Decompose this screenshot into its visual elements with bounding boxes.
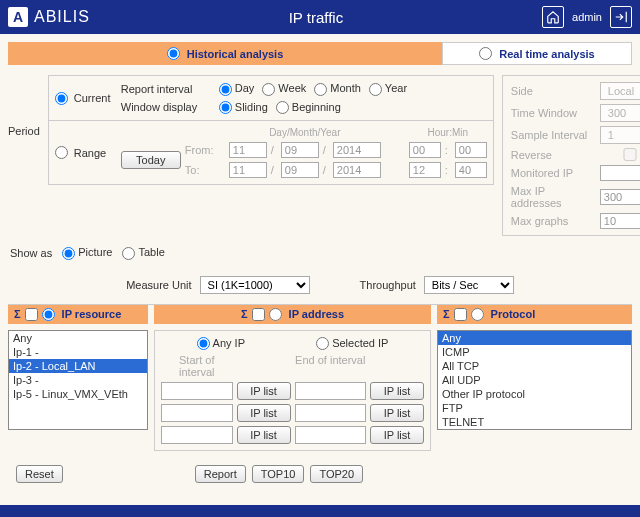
ip-resource-listbox[interactable]: AnyIp-1 -Ip-2 - Local_LANIp-3 -Ip-5 - Li… (8, 330, 148, 430)
sigma-icon: Σ (241, 308, 248, 320)
opt-sliding[interactable]: Sliding (219, 101, 268, 115)
period-range-radio[interactable] (55, 146, 68, 159)
home-icon[interactable] (542, 6, 564, 28)
hm-label: Hour:Min (409, 127, 487, 138)
from-label: From: (185, 144, 225, 156)
opt-day[interactable]: Day (219, 82, 255, 96)
period-range[interactable]: Range (55, 146, 115, 159)
measure-unit-select[interactable]: SI (1K=1000) (200, 276, 310, 294)
show-as-picture[interactable]: Picture (62, 246, 112, 260)
tab-realtime-label: Real time analysis (499, 48, 594, 60)
tab-realtime-radio[interactable] (479, 47, 492, 60)
ip-end-3[interactable] (295, 426, 367, 444)
list-item[interactable]: TELNET (438, 415, 631, 429)
ip-start-1[interactable] (161, 382, 233, 400)
period-current[interactable]: Current (55, 92, 115, 105)
list-item[interactable]: FTP (438, 401, 631, 415)
sigma-ip-address-checkbox[interactable] (252, 308, 265, 321)
reverse-label: Reverse (511, 149, 596, 161)
protocol-radio[interactable] (471, 308, 484, 321)
ip-list-button[interactable]: IP list (237, 426, 291, 444)
max-ip-input[interactable] (600, 189, 640, 205)
top10-button[interactable]: TOP10 (252, 465, 305, 483)
protocol-label: Protocol (491, 308, 536, 320)
opt-month[interactable]: Month (314, 82, 361, 96)
to-hour[interactable] (409, 162, 441, 178)
ip-list-button[interactable]: IP list (370, 426, 424, 444)
list-item[interactable]: Ip-2 - Local_LAN (9, 359, 147, 373)
list-item[interactable]: ICMP (438, 345, 631, 359)
time-window-select[interactable]: 300 (600, 104, 640, 122)
list-item[interactable]: Other IP protocol (438, 387, 631, 401)
to-month[interactable] (281, 162, 319, 178)
to-label: To: (185, 164, 225, 176)
opt-beginning[interactable]: Beginning (276, 101, 341, 115)
protocol-listbox[interactable]: AnyICMPAll TCPAll UDPOther IP protocolFT… (437, 330, 632, 430)
list-item[interactable]: All TCP (438, 359, 631, 373)
realtime-settings: Side Local Time Window 300 (sec) Sample … (502, 75, 640, 236)
top20-button[interactable]: TOP20 (310, 465, 363, 483)
end-interval-label: End of interval (295, 354, 367, 378)
start-interval-label: Start of interval (161, 354, 233, 378)
tab-realtime[interactable]: Real time analysis (442, 42, 632, 65)
tab-historical-radio[interactable] (167, 47, 180, 60)
list-item[interactable]: Ip-3 - (9, 373, 147, 387)
logo-icon: A (8, 7, 28, 27)
ip-address-radio[interactable] (269, 308, 282, 321)
to-year[interactable] (333, 162, 381, 178)
show-as-table[interactable]: Table (122, 246, 164, 260)
ip-start-3[interactable] (161, 426, 233, 444)
list-item[interactable]: All UDP (438, 373, 631, 387)
ip-resource-label: IP resource (62, 308, 122, 320)
sigma-icon: Σ (14, 308, 21, 320)
ip-start-2[interactable] (161, 404, 233, 422)
opt-week[interactable]: Week (262, 82, 306, 96)
from-year[interactable] (333, 142, 381, 158)
list-item[interactable]: Any (438, 331, 631, 345)
logout-icon[interactable] (610, 6, 632, 28)
side-label: Side (511, 85, 596, 97)
selected-ip[interactable]: Selected IP (316, 337, 388, 351)
opt-year[interactable]: Year (369, 82, 407, 96)
ip-list-button[interactable]: IP list (237, 404, 291, 422)
from-month[interactable] (281, 142, 319, 158)
to-day[interactable] (229, 162, 267, 178)
max-graphs-input[interactable] (600, 213, 640, 229)
ip-resource-radio[interactable] (42, 308, 55, 321)
reset-button[interactable]: Reset (16, 465, 63, 483)
ip-list-button[interactable]: IP list (370, 404, 424, 422)
sigma-icon: Σ (443, 308, 450, 320)
window-display-label: Window display (121, 101, 211, 113)
show-as-label: Show as (10, 247, 52, 259)
from-min[interactable] (455, 142, 487, 158)
sample-interval-select[interactable]: 1 (600, 126, 640, 144)
list-item[interactable]: Ip-5 - Linux_VMX_VEth (9, 387, 147, 401)
monitored-ip-input[interactable] (600, 165, 640, 181)
footer-bar (0, 505, 640, 517)
list-item[interactable]: SMTP (438, 429, 631, 430)
ip-list-button[interactable]: IP list (237, 382, 291, 400)
throughput-select[interactable]: Bits / Sec (424, 276, 514, 294)
period-current-radio[interactable] (55, 92, 68, 105)
from-day[interactable] (229, 142, 267, 158)
any-ip[interactable]: Any IP (197, 337, 245, 351)
monitored-ip-label: Monitored IP (511, 167, 596, 179)
list-item[interactable]: Any (9, 331, 147, 345)
ip-end-1[interactable] (295, 382, 367, 400)
tab-historical[interactable]: Historical analysis (8, 42, 442, 65)
sigma-ip-resource-checkbox[interactable] (25, 308, 38, 321)
sigma-protocol-checkbox[interactable] (454, 308, 467, 321)
list-item[interactable]: Ip-1 - (9, 345, 147, 359)
report-button[interactable]: Report (195, 465, 246, 483)
section-ip-resource-header: Σ IP resource (8, 305, 148, 324)
today-button[interactable]: Today (121, 151, 181, 169)
ip-end-2[interactable] (295, 404, 367, 422)
reverse-checkbox[interactable] (600, 148, 640, 161)
to-min[interactable] (455, 162, 487, 178)
measure-unit-label: Measure Unit (126, 279, 191, 291)
side-select[interactable]: Local (600, 82, 640, 100)
period-box: Current Report interval Day Week Month Y… (48, 75, 494, 185)
ip-list-button[interactable]: IP list (370, 382, 424, 400)
brand-name: ABILIS (34, 8, 90, 26)
from-hour[interactable] (409, 142, 441, 158)
